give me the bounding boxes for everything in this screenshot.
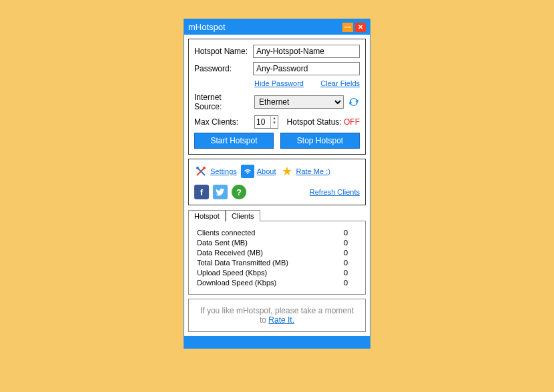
hotspot-status-label: Hotspot Status: OFF bbox=[287, 117, 360, 127]
stat-row: Data Sent (MB)0 bbox=[197, 239, 357, 247]
stat-row: Upload Speed (Kbps)0 bbox=[197, 269, 357, 277]
stat-row: Data Received (MB)0 bbox=[197, 249, 357, 257]
hotspot-status-value: OFF bbox=[344, 117, 360, 127]
svg-point-3 bbox=[196, 167, 199, 169]
tab-hotspot[interactable]: Hotspot bbox=[188, 210, 226, 221]
spinner-down-icon[interactable]: ▼ bbox=[271, 121, 278, 125]
about-link[interactable]: About bbox=[257, 167, 276, 175]
max-clients-label: Max Clients: bbox=[194, 117, 250, 127]
internet-source-label: Internet Source: bbox=[194, 93, 250, 111]
bottom-bar bbox=[184, 336, 370, 348]
start-hotspot-button[interactable]: Start Hotspot bbox=[194, 133, 274, 149]
password-input[interactable] bbox=[253, 62, 360, 75]
titlebar: mHotspot — ✕ bbox=[184, 19, 370, 35]
help-icon[interactable]: ? bbox=[232, 185, 246, 199]
hotspot-name-label: Hotspot Name: bbox=[194, 47, 249, 56]
window-title: mHotspot bbox=[188, 22, 342, 32]
stat-row: Download Speed (Kbps)0 bbox=[197, 279, 357, 287]
max-clients-input[interactable] bbox=[255, 116, 270, 128]
refresh-source-icon[interactable] bbox=[348, 96, 360, 108]
wifi-icon bbox=[241, 165, 254, 178]
settings-link[interactable]: Settings bbox=[210, 167, 237, 175]
hotspot-name-input[interactable] bbox=[253, 45, 360, 58]
tab-clients[interactable]: Clients bbox=[226, 210, 260, 221]
rate-it-link[interactable]: Rate It. bbox=[268, 315, 294, 325]
tab-body: Clients connected0 Data Sent (MB)0 Data … bbox=[188, 221, 366, 295]
stop-hotspot-button[interactable]: Stop Hotspot bbox=[280, 133, 360, 149]
stat-row: Clients connected0 bbox=[197, 229, 357, 237]
footer-panel: If you like mHotspot, please take a mome… bbox=[188, 299, 366, 332]
tools-panel: Settings About ★ Rate Me :) f ? bbox=[188, 159, 366, 205]
clear-fields-link[interactable]: Clear Fields bbox=[307, 79, 360, 87]
star-icon: ★ bbox=[280, 165, 294, 178]
refresh-clients-link[interactable]: Refresh Clients bbox=[310, 188, 360, 196]
max-clients-spinner[interactable]: ▲ ▼ bbox=[254, 115, 278, 129]
window-controls: — ✕ bbox=[342, 23, 366, 32]
svg-point-2 bbox=[203, 167, 206, 169]
stat-row: Total Data Transmitted (MB)0 bbox=[197, 259, 357, 267]
hide-password-link[interactable]: Hide Password bbox=[254, 79, 307, 87]
stats-tabs: Hotspot Clients bbox=[188, 209, 366, 221]
rate-me-link[interactable]: Rate Me :) bbox=[296, 167, 330, 175]
password-label: Password: bbox=[194, 64, 249, 73]
internet-source-select[interactable]: Ethernet bbox=[254, 95, 344, 109]
content: Hotspot Name: Password: Hide Password Cl… bbox=[184, 35, 370, 336]
close-button[interactable]: ✕ bbox=[355, 23, 366, 32]
spinner-up-icon[interactable]: ▲ bbox=[271, 116, 278, 121]
app-window: mHotspot — ✕ Hotspot Name: Password: Hid… bbox=[184, 19, 370, 349]
facebook-icon[interactable]: f bbox=[194, 185, 209, 199]
minimize-button[interactable]: — bbox=[342, 23, 353, 32]
config-panel: Hotspot Name: Password: Hide Password Cl… bbox=[188, 39, 366, 155]
twitter-icon[interactable] bbox=[213, 185, 228, 199]
settings-icon bbox=[194, 165, 208, 178]
